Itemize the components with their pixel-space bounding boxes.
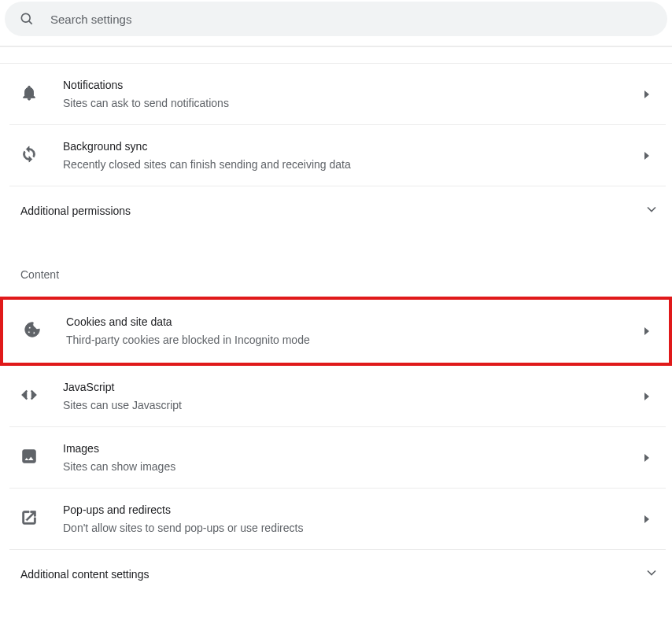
javascript-subtitle: Sites can use Javascript [63,397,634,414]
popup-icon [20,509,38,529]
search-bar[interactable] [5,2,667,36]
bell-icon [20,84,38,105]
row-additional-permissions[interactable]: Additional permissions [9,186,666,235]
row-javascript[interactable]: JavaScript Sites can use Javascript [9,366,666,427]
svg-line-1 [29,21,32,24]
chevron-right-icon [644,327,649,335]
top-divider [0,46,672,64]
additional-content-label: Additional content settings [20,568,644,581]
row-background-sync[interactable]: Background sync Recently closed sites ca… [9,125,666,186]
additional-permissions-label: Additional permissions [20,205,644,217]
chevron-right-icon [644,393,649,400]
chevron-right-icon [644,90,649,98]
popups-title: Pop-ups and redirects [63,502,634,518]
cookies-title: Cookies and site data [66,314,634,330]
svg-point-0 [21,13,30,22]
chevron-right-icon [644,515,649,523]
chevron-right-icon [644,454,649,462]
row-notifications[interactable]: Notifications Sites can ask to send noti… [9,64,666,125]
javascript-title: JavaScript [63,379,634,396]
chevron-down-icon [644,570,659,583]
code-icon [20,386,38,407]
highlighted-cookies: Cookies and site data Third-party cookie… [0,297,672,366]
row-additional-content[interactable]: Additional content settings [9,550,666,599]
chevron-down-icon [644,206,659,219]
sync-icon [20,146,38,166]
search-input[interactable] [50,13,653,26]
background-sync-subtitle: Recently closed sites can finish sending… [63,157,634,173]
row-cookies[interactable]: Cookies and site data Third-party cookie… [9,300,666,363]
background-sync-title: Background sync [63,138,634,155]
cookie-icon [24,321,41,341]
notifications-title: Notifications [63,77,634,94]
images-title: Images [63,441,634,457]
chevron-right-icon [644,152,649,160]
content-section-header: Content [9,235,666,297]
popups-subtitle: Don't allow sites to send pop-ups or use… [63,520,634,537]
notifications-subtitle: Sites can ask to send notifications [63,95,634,112]
search-icon [19,11,35,27]
row-images[interactable]: Images Sites can show images [9,427,666,489]
row-popups[interactable]: Pop-ups and redirects Don't allow sites … [9,489,666,550]
image-icon [20,448,38,468]
images-subtitle: Sites can show images [63,459,634,475]
cookies-subtitle: Third-party cookies are blocked in Incog… [66,332,634,349]
